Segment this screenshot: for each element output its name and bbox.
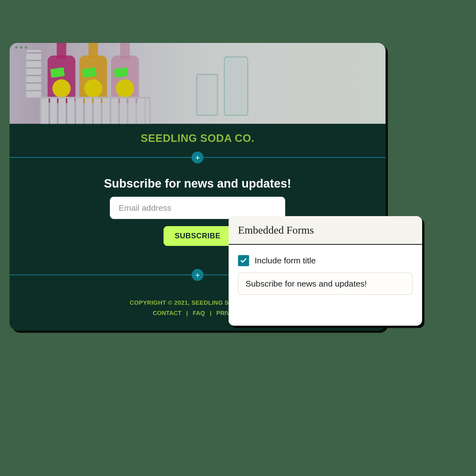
window-dot-icon — [25, 46, 28, 49]
plus-icon: + — [195, 270, 200, 279]
hero-image — [9, 43, 385, 124]
footer-separator: | — [208, 309, 213, 316]
include-title-option[interactable]: Include form title — [238, 255, 412, 266]
email-input[interactable] — [110, 197, 285, 219]
footer-link-faq[interactable]: FAQ — [191, 309, 206, 316]
window-dot-icon — [15, 46, 18, 49]
window-dot-icon — [20, 46, 23, 49]
section-divider: + — [9, 157, 385, 158]
bottle-icon — [79, 43, 107, 103]
crate-decor — [40, 97, 151, 124]
panel-body: Include form title — [229, 245, 422, 305]
form-title-input[interactable] — [238, 272, 412, 295]
brand-title: SEEDLING SODA CO. — [9, 132, 385, 145]
embedded-forms-panel: Embedded Forms Include form title — [229, 216, 422, 326]
browser-chrome — [9, 43, 385, 52]
add-section-button[interactable]: + — [192, 269, 204, 281]
checkbox-label: Include form title — [255, 256, 316, 265]
subscribe-button[interactable]: SUBSCRIBE — [163, 226, 231, 246]
footer-link-contact[interactable]: CONTACT — [151, 309, 183, 316]
bottle-icon — [111, 43, 139, 103]
footer-separator: | — [185, 309, 189, 316]
checkbox-checked-icon[interactable] — [238, 255, 249, 266]
crate-decor — [26, 50, 41, 98]
add-section-button[interactable]: + — [192, 152, 204, 163]
subscribe-heading: Subscribe for news and updates! — [9, 177, 385, 190]
glass-icon — [196, 74, 218, 116]
plus-icon: + — [195, 153, 200, 162]
bottle-icon — [48, 43, 75, 103]
glass-icon — [224, 56, 248, 116]
panel-title: Embedded Forms — [229, 216, 422, 245]
